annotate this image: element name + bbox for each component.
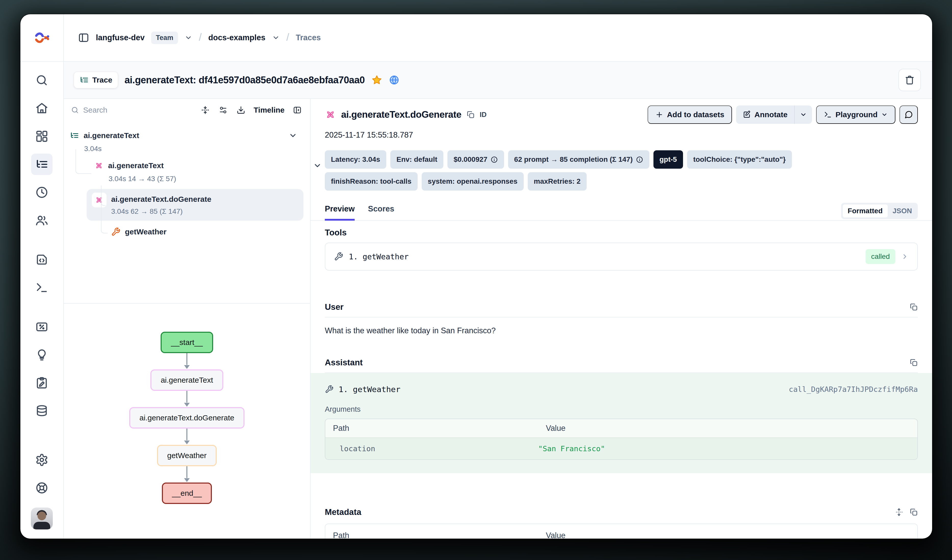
tokens-badge[interactable]: 62 prompt → 85 completion (Σ 147): [508, 150, 649, 169]
add-to-datasets-label: Add to datasets: [667, 110, 724, 119]
tree-item-trace[interactable]: ai.generateText: [70, 128, 304, 143]
graph-node-start[interactable]: __start__: [161, 332, 213, 353]
graph-node-dogenerate[interactable]: ai.generateText.doGenerate: [129, 407, 244, 429]
tool-definition-row[interactable]: 1. getWeather called: [325, 242, 918, 271]
settings-icon[interactable]: [31, 452, 53, 468]
playground-label: Playground: [836, 110, 878, 119]
observation-timestamp: 2025-11-17 15:55:18.787: [325, 130, 918, 140]
plus-icon: [655, 111, 663, 119]
public-globe-icon[interactable]: [389, 75, 400, 85]
breadcrumb-separator: /: [199, 32, 202, 43]
download-button[interactable]: [236, 105, 246, 115]
annotation-queues-icon[interactable]: [31, 375, 53, 391]
copy-icon[interactable]: [910, 358, 918, 367]
view-settings-button[interactable]: [218, 105, 228, 115]
users-icon[interactable]: [31, 212, 53, 229]
langfuse-logo: [34, 30, 50, 46]
metadata-heading: Metadata: [325, 507, 361, 517]
assistant-section: Assistant 1. getWeather call_DgKARp7a7Ih…: [325, 357, 918, 473]
playground-button[interactable]: Playground: [816, 105, 895, 124]
argument-row: location "San Francisco": [325, 437, 917, 459]
breadcrumb-page[interactable]: Traces: [296, 33, 321, 42]
tree-search-input[interactable]: Search: [71, 106, 193, 114]
tree-item-label: ai.generateText: [108, 161, 164, 170]
annotate-split-button: Annotate: [736, 105, 812, 124]
logo-area: [20, 14, 63, 62]
annotate-dropdown[interactable]: [794, 105, 812, 124]
evaluators-icon[interactable]: [31, 347, 53, 363]
assistant-heading: Assistant: [325, 358, 363, 367]
argument-value: "San Francisco": [538, 444, 917, 453]
chevron-down-icon[interactable]: [289, 131, 297, 140]
copy-icon[interactable]: [910, 508, 918, 516]
trace-header: Trace ai.generateText: df41e597d0a85e0d7…: [64, 62, 932, 99]
toolchoice-badge: toolChoice: {"type":"auto"}: [687, 150, 792, 169]
toggle-json[interactable]: JSON: [888, 207, 916, 215]
home-icon[interactable]: [31, 100, 53, 117]
add-to-datasets-button[interactable]: Add to datasets: [648, 105, 732, 124]
datasets-icon[interactable]: [31, 403, 53, 420]
dashboards-icon[interactable]: [31, 128, 53, 145]
content-area: Search Timeline ai.generateText 3.04s: [64, 99, 932, 538]
collapse-all-button[interactable]: [200, 105, 210, 115]
env-badge: Env: default: [390, 150, 444, 169]
graph-node-getweather[interactable]: getWeather: [157, 445, 217, 466]
app-window: langfuse-dev Team / docs-examples / Trac…: [20, 14, 932, 538]
graph-node-end[interactable]: __end__: [162, 483, 212, 504]
trace-chip-label: Trace: [92, 76, 112, 84]
timeline-toggle[interactable]: Timeline: [254, 106, 284, 114]
playground-icon[interactable]: [31, 279, 53, 296]
tree-item-getweather[interactable]: getWeather: [111, 225, 304, 239]
graph-edge-arrow: [183, 353, 191, 369]
delete-trace-button[interactable]: [898, 69, 921, 91]
org-plan-badge: Team: [151, 32, 178, 44]
tools-heading: Tools: [325, 228, 918, 238]
tool-call-panel: 1. getWeather call_DgKARp7a7IhJPDczfifMp…: [311, 373, 932, 473]
search-icon[interactable]: [31, 72, 53, 89]
sessions-icon[interactable]: [31, 184, 53, 201]
chevron-right-icon[interactable]: [901, 253, 909, 261]
toggle-formatted[interactable]: Formatted: [842, 204, 888, 218]
tree-item-generation[interactable]: ai.generateText: [94, 159, 304, 173]
user-avatar[interactable]: [31, 508, 53, 529]
model-badge[interactable]: gpt-5: [654, 150, 683, 169]
breadcrumb-project[interactable]: docs-examples: [208, 33, 266, 42]
tool-name: 1. getWeather: [349, 252, 409, 261]
user-heading: User: [325, 302, 343, 312]
download-icon: [236, 106, 245, 114]
observation-badges: Latency: 3.04s Env: default $0.000927 62…: [325, 150, 918, 169]
id-label[interactable]: ID: [480, 111, 487, 119]
comments-button[interactable]: [899, 105, 918, 124]
support-icon[interactable]: [31, 480, 53, 496]
tool-wrench-icon: [111, 227, 121, 236]
expand-vertical-icon[interactable]: [895, 508, 903, 516]
org-chevron-icon[interactable]: [185, 34, 192, 42]
graph-edge-arrow: [183, 466, 191, 483]
bookmark-star-icon[interactable]: [371, 75, 382, 85]
path-header: Path: [325, 531, 538, 538]
tab-preview[interactable]: Preview: [325, 202, 355, 221]
copy-id-icon[interactable]: [467, 111, 475, 119]
latency-badge: Latency: 3.04s: [325, 150, 386, 169]
breadcrumb-org[interactable]: langfuse-dev: [96, 33, 145, 42]
tree-connector: [101, 190, 105, 206]
sidebar-toggle-icon[interactable]: [78, 32, 89, 43]
prompts-icon[interactable]: [31, 251, 53, 268]
breadcrumb: langfuse-dev Team / docs-examples / Trac…: [64, 14, 932, 62]
value-header: Value: [538, 531, 917, 538]
annotate-button[interactable]: Annotate: [736, 105, 794, 124]
icon-rail: [20, 14, 64, 538]
graph-node-generatetext[interactable]: ai.generateText: [150, 369, 223, 391]
maxretries-badge: maxRetries: 2: [528, 172, 587, 191]
fold-vertical-icon: [201, 106, 210, 114]
tracing-icon[interactable]: [31, 154, 53, 175]
scores-icon[interactable]: [31, 318, 53, 335]
detail-tabs: Preview Scores Formatted JSON: [311, 202, 932, 221]
path-header: Path: [325, 424, 538, 433]
cost-badge[interactable]: $0.000927: [447, 150, 504, 169]
tab-scores[interactable]: Scores: [368, 202, 394, 220]
project-chevron-icon[interactable]: [272, 34, 280, 42]
tree-item-dogenerate-selected[interactable]: ai.generateText.doGenerate 3.04s 62 → 85…: [87, 189, 303, 221]
copy-icon[interactable]: [910, 303, 918, 311]
collapse-panel-button[interactable]: [292, 105, 302, 115]
